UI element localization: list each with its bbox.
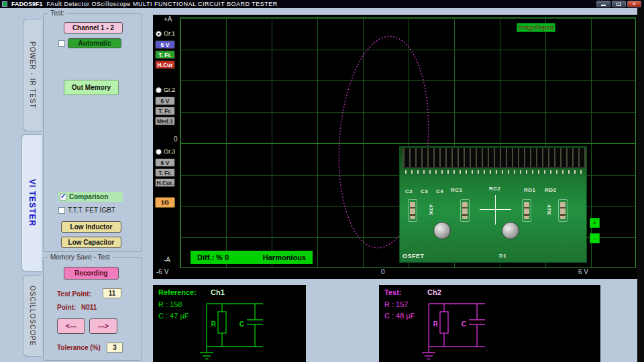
axis-x-left: -6 V	[156, 268, 168, 276]
pcb-d1-label: D1	[499, 253, 506, 259]
pcb-resistor-value: 47K	[546, 204, 552, 215]
pcb-resistor	[560, 202, 566, 219]
tolerance-value[interactable]: 3	[107, 343, 123, 353]
app-name: FADOS9F1	[11, 1, 43, 7]
probe-crosshair-horizontal	[480, 209, 511, 210]
close-icon	[633, 1, 637, 6]
pcb-label: C4	[436, 188, 443, 194]
probe-crosshair-vertical	[495, 195, 496, 225]
group2-volt-button[interactable]: 6 V	[155, 97, 175, 105]
group2-med-button[interactable]: Med.1	[155, 117, 175, 125]
test-c-label: C	[462, 320, 466, 328]
window-title: FAult Detector OScilloscope MULTI FUNCTI…	[47, 1, 278, 7]
window-right-edge	[637, 8, 644, 362]
pcb-resistor	[462, 202, 468, 219]
pcb-zoom-in-button[interactable]: +	[590, 218, 600, 228]
group3-label: Gr.3	[164, 148, 175, 155]
test-r-value: R : 157	[384, 300, 408, 308]
axis-y-top: +A	[164, 15, 172, 23]
pcb-capacitor	[502, 222, 519, 239]
reference-title: Reference:	[158, 288, 197, 296]
group1-volt-button[interactable]: 6 V	[155, 40, 175, 49]
maximize-icon	[616, 3, 621, 6]
group1-current-button[interactable]: H.Cur	[155, 60, 175, 69]
reference-c-label: C	[239, 320, 244, 328]
point-label: Point:	[57, 304, 76, 311]
tab-vi-tester[interactable]: VI TESTER	[21, 134, 42, 272]
pcb-label: C2	[405, 188, 413, 194]
group1-freq-button[interactable]: T. Fr.	[155, 50, 175, 59]
test-r-label: R	[433, 320, 439, 328]
tab-oscilloscope[interactable]: OSCILLOSCOPE	[23, 275, 42, 357]
maximize-button[interactable]	[612, 1, 626, 7]
group2-radio-row[interactable]: Gr.2	[156, 86, 175, 93]
recording-button[interactable]: Recording	[64, 267, 119, 280]
tab-power-ir-test[interactable]: POWER - IR TEST	[23, 19, 42, 131]
reference-r-value: R : 158	[158, 300, 182, 308]
axis-x-mid: 0	[381, 268, 385, 276]
group3-volt-button[interactable]: 6 V	[155, 158, 175, 167]
reference-panel: Reference: Ch1 R : 158 C : 47 µF R C	[153, 285, 306, 362]
axis-y-bottom: -A	[164, 256, 170, 263]
test-groupbox: Test: Channel 1 - 2 Automatic Out Memory…	[43, 13, 142, 252]
next-point-button[interactable]: --->	[89, 318, 117, 334]
automatic-checkbox[interactable]	[58, 40, 65, 47]
pcb-label: C3	[421, 188, 428, 194]
comparison-checkbox[interactable]	[60, 194, 66, 200]
minimize-icon	[601, 5, 606, 6]
reference-c-value: C : 47 µF	[158, 312, 189, 320]
pcb-label: RC1	[451, 187, 463, 193]
pcb-connector	[403, 148, 586, 168]
diff-value: Diff.: % 0	[197, 253, 229, 261]
pcb-label: RD2	[545, 187, 557, 193]
group2-label: Gr.2	[164, 86, 175, 93]
memory-save-legend: Memory Save - Test	[48, 253, 112, 261]
out-memory-button[interactable]: Out Memory	[64, 80, 119, 95]
pcb-capacitor	[433, 222, 451, 239]
tab-label: OSCILLOSCOPE	[29, 286, 36, 346]
group3-radio[interactable]	[156, 149, 162, 155]
prev-point-button[interactable]: <---	[57, 318, 85, 334]
group1-radio[interactable]	[156, 31, 162, 37]
ttt-fet-igbt-checkbox[interactable]	[58, 207, 65, 214]
memory-save-groupbox: Memory Save - Test Recording Test Point:…	[43, 257, 142, 361]
pcb-zoom-out-button[interactable]: -	[590, 233, 600, 243]
comparison-label: Comparison	[69, 193, 108, 200]
test-point-value[interactable]: 11	[103, 288, 121, 298]
titlebar: FADOS9F1 FAult Detector OScilloscope MUL…	[0, 0, 644, 8]
ttt-row[interactable]: T.T.T. FET IGBT	[58, 206, 115, 214]
group1-label: Gr.1	[164, 30, 175, 37]
pcb-resistor	[524, 202, 529, 219]
group3-freq-button[interactable]: T. Fr.	[155, 168, 175, 177]
group3-current-button[interactable]: H.Cur.	[155, 178, 175, 187]
reference-channel: Ch1	[211, 288, 225, 296]
app-icon	[2, 1, 7, 7]
tolerance-label: Tolerance (%)	[57, 344, 101, 351]
group2-radio[interactable]	[156, 87, 162, 93]
close-button[interactable]	[627, 1, 641, 7]
tab-label: VI TESTER	[28, 179, 37, 227]
pcb-photo: C2 C3 C4 RC1 RC2 RD1 RD2 47K 47K D1 OSFE…	[399, 146, 587, 263]
group3-radio-row[interactable]: Gr.3	[156, 148, 175, 155]
group1-radio-row[interactable]: Gr.1	[156, 30, 175, 37]
group2-freq-button[interactable]: T. Fr.	[155, 107, 175, 115]
test-point-label: Test Point:	[57, 290, 91, 298]
comparison-row[interactable]: Comparison	[58, 192, 123, 202]
gain-1g-button[interactable]: 1G	[155, 197, 175, 208]
test-result-panel: Test: Ch2 R : 157 C : 48 µF R C	[379, 285, 600, 362]
channel-1-2-button[interactable]: Channel 1 - 2	[64, 22, 123, 34]
automatic-button[interactable]: Automatic	[68, 38, 121, 48]
pcb-mosfet-label: OSFET	[402, 253, 425, 259]
pcb-label: RD1	[524, 187, 536, 193]
image-report-button[interactable]: ImageReport	[517, 23, 555, 32]
harmonious-status: Harmonious	[263, 253, 306, 261]
test-title: Test:	[384, 288, 401, 296]
low-capacitor-button[interactable]: Low Capacitor	[61, 237, 121, 248]
test-circuit-diagram: R C	[421, 300, 523, 361]
low-inductor-button[interactable]: Low Inductor	[61, 221, 121, 233]
diff-status-bar: Diff.: % 0 Harmonious	[191, 251, 313, 264]
test-groupbox-legend: Test:	[48, 9, 66, 17]
reference-r-label: R	[211, 320, 217, 328]
vi-scope-display: +A 0 -A -6 V 0 6 V Gr.1 6 V T. Fr. H.Cur…	[153, 15, 637, 279]
minimize-button[interactable]	[596, 1, 610, 7]
